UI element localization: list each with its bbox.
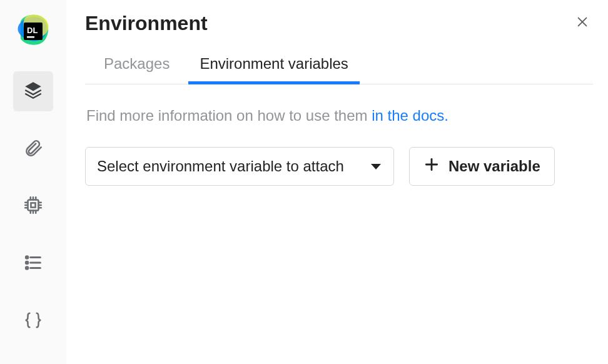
outline-nav[interactable] bbox=[13, 244, 53, 284]
close-icon bbox=[575, 20, 589, 31]
braces-icon bbox=[23, 310, 44, 333]
app-logo: DL bbox=[14, 11, 52, 49]
chevron-down-icon bbox=[371, 164, 381, 169]
compute-nav[interactable] bbox=[13, 186, 53, 226]
close-button[interactable] bbox=[572, 11, 593, 35]
chip-icon bbox=[23, 195, 44, 218]
svg-point-22 bbox=[26, 267, 28, 269]
code-nav[interactable] bbox=[13, 301, 53, 341]
tab-environment-variables[interactable]: Environment variables bbox=[200, 55, 348, 84]
paperclip-icon bbox=[23, 137, 44, 161]
svg-rect-4 bbox=[28, 200, 39, 211]
svg-rect-2 bbox=[27, 36, 34, 38]
layers-icon bbox=[23, 79, 44, 103]
svg-marker-3 bbox=[25, 82, 41, 91]
svg-rect-5 bbox=[31, 203, 35, 207]
attachments-nav[interactable] bbox=[13, 129, 53, 169]
environment-nav[interactable] bbox=[13, 71, 53, 111]
header: Environment bbox=[85, 11, 593, 35]
plus-icon bbox=[423, 156, 440, 176]
docs-link[interactable]: in the docs. bbox=[372, 107, 448, 124]
info-prefix: Find more information on how to use them bbox=[86, 107, 372, 124]
list-icon bbox=[23, 252, 44, 276]
select-placeholder: Select environment variable to attach bbox=[97, 158, 344, 175]
page-title: Environment bbox=[85, 12, 208, 35]
tab-packages[interactable]: Packages bbox=[104, 55, 170, 84]
info-text: Find more information on how to use them… bbox=[85, 107, 593, 124]
env-variable-select[interactable]: Select environment variable to attach bbox=[85, 147, 394, 186]
new-variable-label: New variable bbox=[448, 158, 540, 175]
controls-row: Select environment variable to attach Ne… bbox=[85, 147, 593, 186]
tabs: Packages Environment variables bbox=[85, 55, 593, 84]
main-panel: Environment Packages Environment variabl… bbox=[66, 0, 608, 364]
new-variable-button[interactable]: New variable bbox=[409, 147, 555, 186]
svg-point-18 bbox=[26, 256, 28, 258]
svg-point-20 bbox=[26, 261, 28, 263]
sidebar: DL bbox=[0, 0, 66, 364]
svg-text:DL: DL bbox=[27, 26, 38, 35]
